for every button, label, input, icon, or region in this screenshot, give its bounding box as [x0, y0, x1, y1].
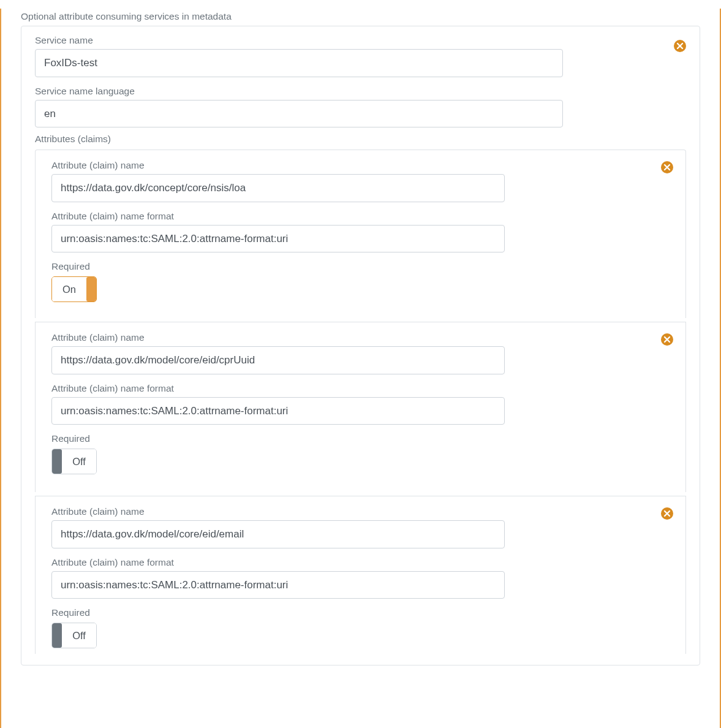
- required-label: Required: [51, 261, 670, 272]
- attr-name-input[interactable]: [51, 520, 505, 548]
- close-icon: [663, 336, 671, 343]
- attr-format-label: Attribute (claim) name format: [51, 383, 670, 394]
- attribute-block: Attribute (claim) name Attribute (claim)…: [35, 496, 686, 654]
- service-lang-input[interactable]: [35, 100, 563, 128]
- attr-format-label: Attribute (claim) name format: [51, 211, 670, 222]
- toggle-knob: [86, 277, 96, 301]
- attr-format-input[interactable]: [51, 571, 505, 599]
- close-icon: [676, 42, 684, 50]
- close-icon: [663, 164, 671, 171]
- required-label: Required: [51, 607, 670, 618]
- section-title: Optional attribute consuming services in…: [21, 9, 700, 26]
- close-icon: [663, 510, 671, 517]
- attr-format-input[interactable]: [51, 225, 505, 253]
- toggle-label-off: Off: [62, 623, 96, 648]
- required-toggle[interactable]: Off: [51, 449, 97, 474]
- toggle-label-on: On: [52, 277, 86, 301]
- required-toggle[interactable]: Off: [51, 623, 97, 648]
- required-toggle[interactable]: On: [51, 276, 97, 302]
- service-name-input[interactable]: [35, 49, 563, 77]
- attr-name-input[interactable]: [51, 174, 505, 202]
- remove-attribute-button[interactable]: [661, 161, 673, 173]
- remove-attribute-button[interactable]: [661, 333, 673, 346]
- toggle-knob: [52, 623, 62, 648]
- required-label: Required: [51, 433, 670, 444]
- toggle-knob: [52, 449, 62, 474]
- toggle-label-off: Off: [62, 449, 96, 474]
- service-lang-label: Service name language: [35, 86, 651, 97]
- service-name-label: Service name: [35, 35, 651, 46]
- attr-name-input[interactable]: [51, 346, 505, 374]
- remove-attribute-button[interactable]: [661, 507, 673, 520]
- attr-format-label: Attribute (claim) name format: [51, 557, 670, 568]
- service-panel: Service name Service name language Attri…: [21, 26, 700, 665]
- remove-service-button[interactable]: [674, 40, 686, 52]
- attr-format-input[interactable]: [51, 397, 505, 425]
- attribute-block: Attribute (claim) name Attribute (claim)…: [35, 322, 686, 492]
- attr-name-label: Attribute (claim) name: [51, 506, 670, 517]
- attr-name-label: Attribute (claim) name: [51, 160, 670, 171]
- attributes-header: Attributes (claims): [35, 127, 651, 146]
- attribute-block: Attribute (claim) name Attribute (claim)…: [35, 150, 686, 318]
- attr-name-label: Attribute (claim) name: [51, 332, 670, 343]
